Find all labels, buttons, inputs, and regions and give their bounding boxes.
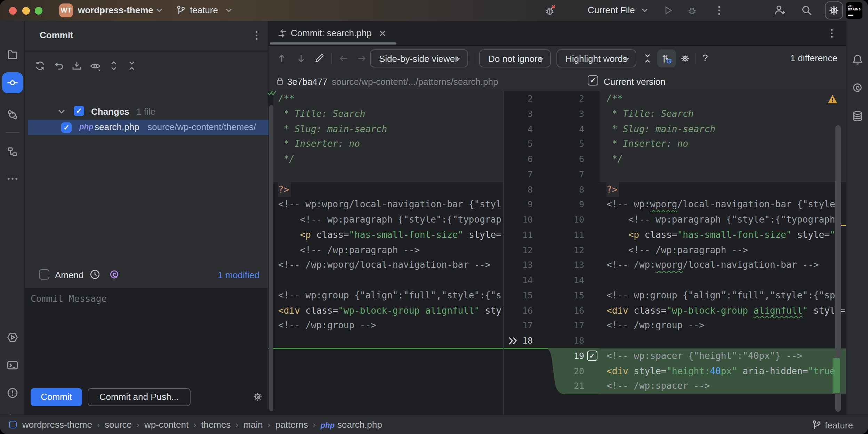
ignore-policy-select[interactable]: Do not ignore bbox=[479, 49, 551, 67]
next-change-icon[interactable] bbox=[296, 53, 307, 64]
breadcrumb-item[interactable]: patterns bbox=[275, 419, 308, 430]
commit-button[interactable]: Commit bbox=[31, 388, 82, 406]
search-everywhere-icon[interactable] bbox=[801, 4, 813, 17]
history-clock-icon[interactable] bbox=[89, 268, 101, 280]
highlight-mode-select[interactable]: Highlight words bbox=[556, 49, 636, 67]
tree-expand-chevron-icon[interactable] bbox=[58, 108, 65, 115]
mute-breakpoints-bug-icon[interactable] bbox=[544, 4, 556, 17]
previous-difference-icon[interactable] bbox=[338, 53, 349, 64]
close-tab-icon[interactable] bbox=[378, 29, 387, 38]
project-folder-icon[interactable] bbox=[6, 48, 19, 61]
git-branch-icon bbox=[811, 419, 822, 431]
line-number: 6 bbox=[502, 152, 533, 167]
modified-count-link[interactable]: 1 modified bbox=[218, 270, 259, 280]
breadcrumb-item[interactable]: wordpress-theme bbox=[22, 419, 92, 430]
php-file-icon: php bbox=[79, 122, 93, 131]
ai-assistant-icon[interactable] bbox=[851, 81, 864, 94]
breadcrumb-item[interactable]: wp-content bbox=[144, 419, 188, 430]
diff-settings-gear-icon[interactable] bbox=[680, 53, 691, 64]
collapse-unchanged-icon[interactable] bbox=[642, 53, 653, 64]
diff-line: <p class="has-small-font-size" style= bbox=[278, 227, 501, 243]
tab-strip-options-icon[interactable] bbox=[826, 28, 837, 39]
problems-icon[interactable] bbox=[6, 387, 19, 399]
amend-label[interactable]: Amend bbox=[55, 270, 83, 280]
terminal-icon[interactable] bbox=[6, 359, 19, 371]
diff-editor[interactable]: /** * Title: Search * Slug: main-search … bbox=[268, 91, 846, 415]
settings-gear-icon[interactable] bbox=[828, 4, 840, 17]
commit-and-push-button[interactable]: Commit and Push... bbox=[88, 388, 191, 406]
changes-label[interactable]: Changes bbox=[91, 106, 129, 117]
breadcrumb-file[interactable]: search.php bbox=[337, 419, 382, 430]
file-checkbox[interactable]: ✓ bbox=[61, 122, 72, 132]
diff-line bbox=[278, 273, 501, 288]
line-number: 5 bbox=[554, 137, 584, 152]
chevron-down-icon bbox=[225, 8, 232, 13]
viewer-mode-select[interactable]: Side-by-side viewer bbox=[370, 49, 468, 67]
notifications-bell-icon[interactable] bbox=[851, 54, 864, 66]
diff-line: <!-- wp:group {"align":"full","style":{"… bbox=[606, 288, 845, 303]
previous-change-icon[interactable] bbox=[276, 53, 287, 64]
file-name: search.php bbox=[95, 122, 139, 132]
breadcrumb-item[interactable]: main bbox=[243, 419, 263, 430]
services-icon[interactable] bbox=[6, 331, 19, 344]
diff-line bbox=[278, 167, 501, 182]
revision-hash[interactable]: 3e7ba477 bbox=[287, 77, 328, 87]
status-bar-branch[interactable]: feature bbox=[825, 420, 853, 431]
show-diff-preview-eye-icon[interactable] bbox=[89, 60, 102, 72]
collapse-all-icon[interactable] bbox=[126, 60, 138, 72]
ai-assistant-commit-icon[interactable] bbox=[108, 268, 120, 280]
line-number: 10 bbox=[502, 212, 533, 227]
current-version-checkbox[interactable]: ✓ bbox=[588, 75, 598, 86]
structure-icon[interactable] bbox=[6, 145, 19, 158]
difference-count: 1 difference bbox=[790, 53, 837, 63]
database-icon[interactable] bbox=[851, 110, 864, 122]
pull-requests-icon[interactable] bbox=[6, 108, 19, 121]
next-difference-icon[interactable] bbox=[356, 53, 367, 64]
changes-count: 1 file bbox=[136, 106, 155, 117]
chevron-down-icon bbox=[156, 8, 163, 13]
project-name[interactable]: wordpress-theme bbox=[78, 5, 153, 15]
more-tools-icon[interactable] bbox=[6, 172, 19, 185]
line-number: 3 bbox=[502, 106, 533, 122]
branch-name[interactable]: feature bbox=[190, 5, 218, 15]
breadcrumb-item[interactable]: themes bbox=[201, 419, 231, 430]
diff-line: /** bbox=[278, 91, 501, 106]
rollback-icon[interactable] bbox=[53, 60, 65, 72]
commit-icon[interactable] bbox=[6, 77, 19, 89]
debug-icon[interactable] bbox=[686, 5, 698, 16]
added-change-stripe-marker bbox=[833, 358, 840, 393]
line-number: 8 bbox=[502, 182, 533, 197]
changed-file-row[interactable]: ✓ php search.php source/wp-content/theme… bbox=[28, 120, 268, 135]
left-pane-scrollbar[interactable] bbox=[269, 105, 273, 411]
line-number: 7 bbox=[502, 167, 533, 182]
tab-label[interactable]: Commit: search.php bbox=[291, 28, 372, 38]
code-with-me-user-icon[interactable] bbox=[773, 4, 786, 17]
run-icon[interactable] bbox=[662, 5, 673, 16]
shelve-icon[interactable] bbox=[71, 60, 83, 72]
changes-checkbox[interactable]: ✓ bbox=[74, 106, 84, 116]
zoom-window-button[interactable] bbox=[35, 7, 42, 14]
diff-line: ?> bbox=[606, 182, 845, 197]
diff-line: <!-- wp:wporg/local-navigation-bar {"sty… bbox=[606, 197, 845, 212]
include-change-checkbox[interactable]: ✓ bbox=[587, 350, 597, 361]
edit-source-pencil-icon[interactable] bbox=[314, 53, 325, 64]
diff-line: * Title: Search bbox=[606, 106, 845, 122]
commit-options-gear-icon[interactable] bbox=[252, 391, 264, 403]
panel-options-icon[interactable] bbox=[251, 30, 262, 41]
refresh-icon[interactable] bbox=[34, 60, 46, 72]
close-window-button[interactable] bbox=[9, 7, 17, 14]
inspections-warning-icon[interactable] bbox=[827, 94, 838, 104]
expand-all-icon[interactable] bbox=[108, 60, 120, 72]
breadcrumb-item[interactable]: source bbox=[105, 419, 132, 430]
php-file-icon: php bbox=[321, 420, 335, 429]
run-configuration-select[interactable]: Current File bbox=[588, 5, 635, 15]
more-actions-icon[interactable] bbox=[714, 5, 725, 16]
line-number: 10 bbox=[554, 212, 584, 227]
diff-line: <!-- /wp:wporg/local-navigation-bar --> bbox=[278, 258, 501, 273]
line-number: 16 bbox=[554, 303, 584, 318]
amend-checkbox[interactable] bbox=[39, 269, 49, 280]
help-icon[interactable]: ? bbox=[702, 52, 708, 63]
diff-line: */ bbox=[278, 152, 501, 167]
minimize-window-button[interactable] bbox=[22, 7, 30, 14]
diff-line: <div style="height:40px" aria-hidden="tr… bbox=[606, 363, 845, 379]
